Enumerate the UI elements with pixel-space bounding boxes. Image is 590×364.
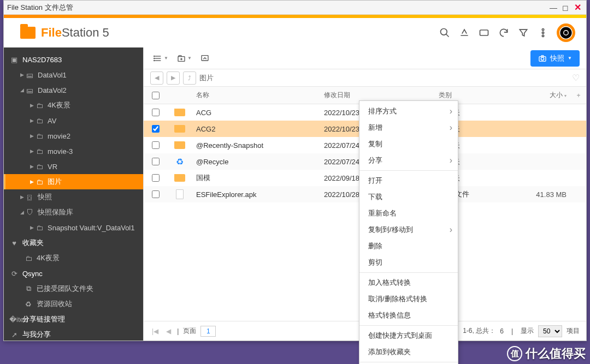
titlebar[interactable]: File Station 文件总管 — ◻ ✕	[4, 1, 586, 15]
svg-point-13	[154, 60, 155, 61]
menu-item[interactable]: 取消/删除格式转换	[359, 291, 458, 307]
menu-item[interactable]: 排序方式	[359, 103, 458, 120]
window-title: File Station 文件总管	[7, 3, 73, 13]
menu-item[interactable]: 下载	[359, 189, 458, 205]
row-checkbox[interactable]	[152, 109, 160, 116]
sync-icon: ⟳	[9, 270, 19, 278]
menu-item[interactable]: 剪切	[359, 254, 458, 271]
menu-item[interactable]: 加入格式转换	[359, 275, 458, 291]
more-button[interactable]	[535, 25, 551, 41]
context-menu: 排序方式新增复制分享打开下载重新命名复制到/移动到删除剪切加入格式转换取消/删除…	[359, 100, 458, 364]
favorite-toggle[interactable]: ♡	[572, 73, 580, 83]
watermark-icon: 值	[507, 346, 522, 361]
users-icon: ➚	[9, 331, 19, 339]
folder-item[interactable]: ▶🗀4K夜景	[4, 98, 143, 113]
page-input[interactable]	[200, 326, 216, 337]
folder-item[interactable]: ▶🗀movie-3	[4, 144, 143, 159]
snapshot-item[interactable]: ▶⌼快照	[4, 189, 143, 205]
upload-button[interactable]	[197, 51, 213, 66]
row-checkbox[interactable]	[152, 158, 160, 165]
folder-item[interactable]: ▶🗀VR	[4, 159, 143, 174]
folder-icon	[174, 125, 185, 133]
vault-child[interactable]: ▶🗀Snapshot Vault:V_DataVol1	[4, 220, 143, 235]
row-checkbox[interactable]	[152, 141, 160, 149]
prev-page-button[interactable]: ◀	[164, 327, 173, 335]
view-mode-button[interactable]: ▼	[150, 51, 172, 66]
nav-back-button[interactable]: ◀	[150, 71, 163, 85]
minimize-button[interactable]: —	[548, 2, 559, 13]
refresh-button[interactable]	[495, 25, 512, 41]
caret-right-icon: ▶	[19, 72, 25, 77]
menu-item[interactable]: 删除	[359, 238, 458, 254]
media-viewer-button[interactable]	[557, 23, 575, 42]
snapshot-button[interactable]: 快照▼	[530, 50, 580, 67]
col-type[interactable]: 类别	[434, 91, 516, 100]
qsync-team[interactable]: ⧉已接受团队文件夹	[4, 281, 143, 296]
col-size[interactable]: 大小	[550, 91, 563, 99]
folder-item-active[interactable]: ▶🗀图片	[4, 174, 143, 189]
toolbar: ▼ ▼ 快照▼	[144, 47, 586, 69]
main-panel: ▼ ▼ 快照▼ ◀ ▶ ⤴ 图片 ♡ 名称	[143, 47, 586, 341]
svg-rect-2	[480, 30, 488, 35]
menu-item[interactable]: 重新命名	[359, 205, 458, 222]
maximize-button[interactable]: ◻	[560, 2, 571, 13]
menu-item[interactable]: 复制	[359, 136, 458, 152]
page-size-select[interactable]: 50	[538, 325, 562, 337]
share-link-mgmt[interactable]: �ited分享链接管理	[4, 312, 143, 327]
folder-icon: 🗀	[23, 254, 33, 262]
drive-icon: 🖴	[25, 71, 34, 79]
nav-forward-button[interactable]: ▶	[167, 71, 180, 85]
file-icon	[176, 189, 184, 199]
svg-point-7	[564, 31, 569, 35]
close-button[interactable]: ✕	[572, 2, 583, 13]
nas-icon: ▣	[9, 56, 19, 64]
menu-item[interactable]: 新增	[359, 120, 458, 136]
share-icon: �ited	[9, 315, 19, 324]
folder-icon: 🗀	[34, 102, 44, 110]
nav-up-button[interactable]: ⤴	[183, 71, 196, 85]
shared-with-me[interactable]: ➚与我分享	[4, 327, 143, 341]
menu-item[interactable]: 分享	[359, 152, 458, 169]
folder-icon: 🗀	[34, 147, 44, 156]
nas-root[interactable]: ▣ NAS2D7683	[4, 52, 143, 67]
smart-share-button[interactable]	[456, 25, 473, 41]
folder-icon: 🗀	[34, 132, 44, 140]
row-checkbox[interactable]	[152, 125, 160, 133]
folder-item[interactable]: ▶🗀AV	[4, 113, 143, 128]
vault-item[interactable]: ◢⛉快照保险库	[4, 205, 143, 220]
menu-item[interactable]: 格式转换信息	[359, 307, 458, 324]
menu-item[interactable]: 添加到收藏夹	[359, 344, 458, 360]
select-all-checkbox[interactable]	[152, 92, 160, 99]
folder-icon: 🗀	[34, 117, 44, 125]
file-name: @Recently-Snapshot	[192, 141, 320, 150]
col-name[interactable]: 名称	[192, 91, 320, 100]
qsync-recycle[interactable]: ♻资源回收站	[4, 296, 143, 312]
favorite-item[interactable]: 🗀4K夜景	[4, 250, 143, 266]
remote-mount-button[interactable]	[476, 25, 492, 41]
recycle-icon: ♻	[23, 300, 33, 308]
camera-icon: ⌼	[25, 193, 34, 201]
app-bar: FileStation 5	[4, 18, 586, 47]
folder-item[interactable]: ▶🗀movie2	[4, 128, 143, 144]
folder-icon: 🗀	[34, 178, 44, 186]
menu-item[interactable]: 复制到/移动到	[359, 222, 458, 238]
add-column-button[interactable]: +	[571, 92, 586, 99]
row-checkbox[interactable]	[152, 190, 160, 198]
menu-item[interactable]: 打开	[359, 172, 458, 189]
menu-item[interactable]: 创建快捷方式到桌面	[359, 327, 458, 344]
volume-item[interactable]: ◢ 🖴 DataVol2	[4, 82, 143, 98]
qsync-heading[interactable]: ⟳Qsync	[4, 266, 143, 281]
volume-item[interactable]: ▶ 🖴 DataVol1	[4, 67, 143, 82]
row-checkbox[interactable]	[152, 174, 160, 182]
folder-icon	[174, 141, 185, 149]
search-button[interactable]	[436, 25, 453, 41]
favorites-heading[interactable]: ♥收藏夹	[4, 235, 143, 250]
breadcrumb-path[interactable]: 图片	[199, 73, 214, 83]
app-name-a: File	[41, 26, 62, 39]
create-button[interactable]: ▼	[174, 51, 195, 66]
filter-button[interactable]	[515, 25, 532, 41]
svg-point-19	[541, 57, 544, 60]
sidebar: ▣ NAS2D7683 ▶ 🖴 DataVol1 ◢ 🖴 DataVol2 ▶🗀…	[4, 47, 143, 341]
col-date[interactable]: 修改日期	[320, 91, 434, 100]
first-page-button[interactable]: |◀	[150, 327, 160, 335]
